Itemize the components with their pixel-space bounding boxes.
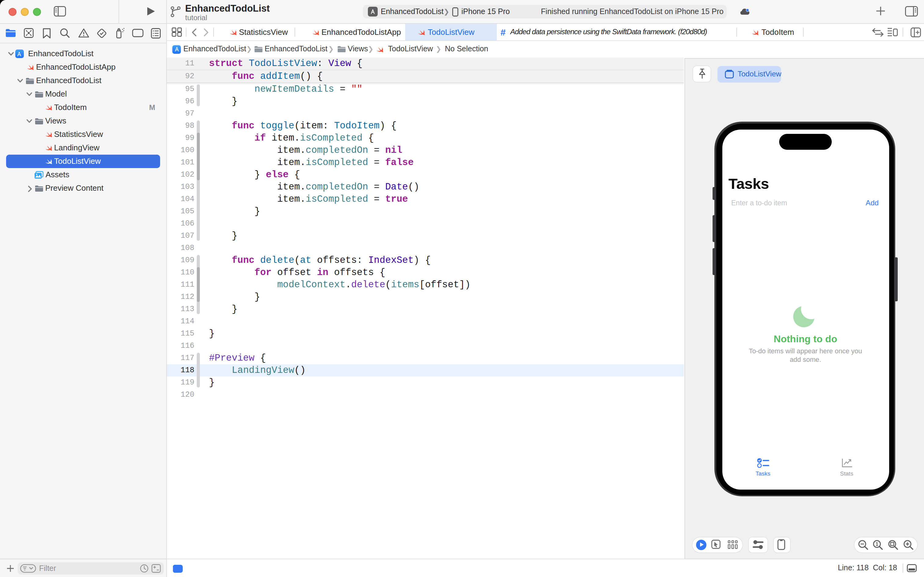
svg-text:1: 1 <box>876 541 879 546</box>
